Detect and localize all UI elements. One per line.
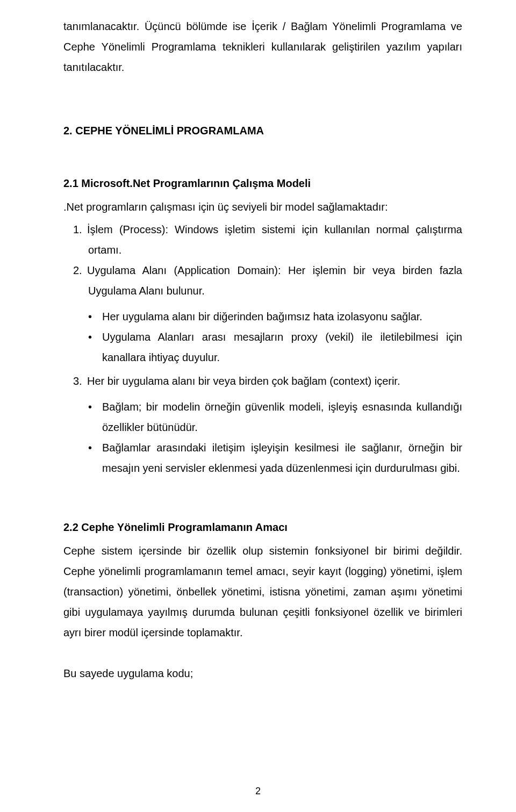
list-item: 3.Her bir uygulama alanı bir veya birden… bbox=[63, 371, 462, 391]
list-item-text: İşlem (Process): Windows işletim sistemi… bbox=[87, 224, 462, 256]
bullet-list: •Bağlam; bir modelin örneğin güvenlik mo… bbox=[63, 397, 462, 478]
bullet-icon: • bbox=[88, 327, 102, 347]
list-number: 3. bbox=[73, 371, 87, 391]
list-number: 2. bbox=[73, 260, 87, 281]
list-item-text: Her bir uygulama alanı bir veya birden ç… bbox=[87, 375, 400, 387]
list-item: •Her uygulama alanı bir diğerinden bağım… bbox=[63, 306, 462, 327]
section-2-2-heading: 2.2 Cephe Yönelimli Programlamanın Amacı bbox=[63, 517, 462, 537]
page-number: 2 bbox=[0, 782, 516, 800]
section-2-1-heading: 2.1 Microsoft.Net Programlarının Çalışma… bbox=[63, 173, 462, 193]
bullet-icon: • bbox=[88, 306, 102, 327]
bullet-icon: • bbox=[88, 437, 102, 458]
list-item-text: Uygulama Alanı (Application Domain): Her… bbox=[87, 264, 462, 297]
list-item-text: Uygulama Alanları arası mesajların proxy… bbox=[102, 331, 462, 363]
list-number: 1. bbox=[73, 219, 87, 240]
bullet-icon: • bbox=[88, 397, 102, 417]
section-2-2-paragraph: Cephe sistem içersinde bir özellik olup … bbox=[63, 541, 462, 643]
list-item: 1.İşlem (Process): Windows işletim siste… bbox=[63, 219, 462, 260]
section-2-1-intro: .Net programların çalışması için üç sevi… bbox=[63, 197, 462, 217]
closing-line: Bu sayede uygulama kodu; bbox=[63, 663, 462, 684]
document-page: tanımlanacaktır. Üçüncü bölümde ise İçer… bbox=[0, 0, 516, 812]
ordered-list: 3.Her bir uygulama alanı bir veya birden… bbox=[63, 371, 462, 391]
ordered-list: 1.İşlem (Process): Windows işletim siste… bbox=[63, 219, 462, 301]
section-2-heading: 2. CEPHE YÖNELİMLİ PROGRAMLAMA bbox=[63, 120, 462, 141]
bullet-list: •Her uygulama alanı bir diğerinden bağım… bbox=[63, 306, 462, 368]
list-item-text: Bağlamlar arasındaki iletişim işleyişin … bbox=[102, 442, 462, 474]
list-item: •Bağlamlar arasındaki iletişim işleyişin… bbox=[63, 437, 462, 478]
list-item: •Bağlam; bir modelin örneğin güvenlik mo… bbox=[63, 397, 462, 437]
list-item-text: Her uygulama alanı bir diğerinden bağıms… bbox=[102, 311, 422, 322]
list-item: 2.Uygulama Alanı (Application Domain): H… bbox=[63, 260, 462, 301]
intro-paragraph: tanımlanacaktır. Üçüncü bölümde ise İçer… bbox=[63, 16, 462, 77]
list-item-text: Bağlam; bir modelin örneğin güvenlik mod… bbox=[102, 401, 462, 433]
list-item: •Uygulama Alanları arası mesajların prox… bbox=[63, 327, 462, 368]
